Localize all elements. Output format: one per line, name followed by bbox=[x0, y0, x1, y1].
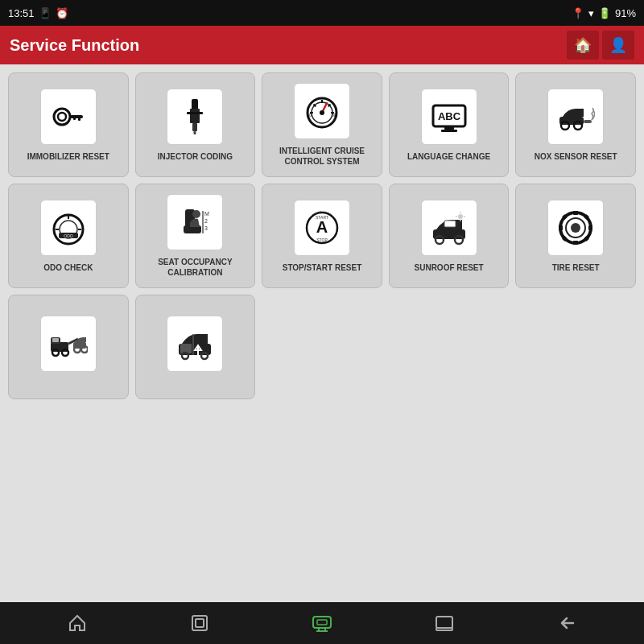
main-content: IMMOBILIZER RESET INJECTOR CODING bbox=[0, 64, 644, 602]
page-title: Service Function bbox=[10, 36, 139, 55]
svg-text:START: START bbox=[316, 215, 328, 220]
card-sunroof-reset[interactable]: SUNROOF RESET bbox=[389, 184, 510, 288]
card-door[interactable] bbox=[135, 295, 256, 399]
nav-back-button[interactable] bbox=[551, 607, 583, 639]
vci-nav-icon bbox=[311, 612, 333, 634]
svg-point-75 bbox=[81, 346, 88, 353]
tow-icon bbox=[49, 324, 88, 363]
svg-rect-28 bbox=[584, 120, 592, 123]
odometer-icon: ODO bbox=[49, 208, 88, 247]
svg-point-72 bbox=[52, 349, 59, 356]
wifi-icon: ▾ bbox=[588, 7, 594, 19]
card-seat-occupancy[interactable]: M 2 3 SEAT OCCUPANCY CALIBRATION bbox=[135, 184, 256, 288]
svg-point-73 bbox=[62, 349, 68, 356]
svg-text:STOP: STOP bbox=[316, 237, 328, 242]
svg-rect-90 bbox=[436, 617, 452, 628]
nav-media-button[interactable] bbox=[428, 607, 460, 639]
icon-box-tire bbox=[547, 200, 604, 256]
card-injector-coding[interactable]: INJECTOR CODING bbox=[135, 72, 256, 177]
svg-rect-2 bbox=[70, 115, 83, 118]
svg-rect-61 bbox=[559, 225, 563, 230]
svg-rect-7 bbox=[192, 123, 197, 131]
svg-text:80: 80 bbox=[332, 113, 336, 118]
home-button[interactable]: 🏠 bbox=[567, 31, 599, 60]
svg-text:ABC: ABC bbox=[438, 110, 461, 122]
svg-point-51 bbox=[458, 214, 463, 219]
icon-box-door bbox=[167, 316, 223, 372]
card-immobilizer-reset[interactable]: IMMOBILIZER RESET bbox=[8, 72, 129, 177]
svg-rect-23 bbox=[444, 126, 454, 130]
recent-nav-icon bbox=[190, 613, 209, 633]
svg-text:M: M bbox=[204, 211, 209, 217]
user-button[interactable]: 👤 bbox=[602, 31, 634, 60]
svg-rect-85 bbox=[313, 617, 331, 628]
battery-icon: 🔋 bbox=[598, 7, 611, 19]
card-language-change[interactable]: ABC LANGUAGE CHANGE bbox=[389, 72, 510, 177]
icon-box-seat: M 2 3 bbox=[167, 194, 223, 250]
icon-box-sunroof bbox=[421, 200, 477, 256]
svg-rect-62 bbox=[588, 225, 592, 230]
exhaust-icon bbox=[556, 97, 595, 136]
seat-icon: M 2 3 bbox=[175, 203, 214, 242]
doordown-icon bbox=[175, 324, 214, 363]
media-nav-icon bbox=[435, 613, 454, 633]
back-nav-icon bbox=[557, 613, 576, 633]
icon-box-language: ABC bbox=[421, 89, 477, 145]
svg-rect-3 bbox=[78, 115, 80, 121]
icon-box-stopstart: A START STOP bbox=[294, 200, 350, 256]
svg-point-1 bbox=[58, 113, 66, 121]
svg-rect-5 bbox=[192, 99, 198, 110]
svg-point-82 bbox=[201, 353, 208, 359]
card-stop-start[interactable]: A START STOP STOP/START RESET bbox=[262, 184, 382, 288]
icon-box-immobilizer bbox=[40, 89, 97, 145]
card-tire-reset[interactable]: TIRE RESET bbox=[515, 184, 636, 288]
card-label-odo: ODO CHECK bbox=[43, 262, 93, 273]
svg-rect-25 bbox=[559, 117, 584, 125]
svg-point-38 bbox=[192, 210, 200, 218]
card-odo-check[interactable]: ODO ODO CHECK bbox=[8, 184, 129, 288]
nav-home-button[interactable] bbox=[61, 607, 93, 639]
card-label-seat: SEAT OCCUPANCY CALIBRATION bbox=[141, 257, 250, 278]
card-nox-sensor[interactable]: NOX SENSOR RESET bbox=[515, 72, 636, 177]
sunroof-icon bbox=[430, 208, 469, 247]
abc-icon: ABC bbox=[430, 97, 469, 136]
card-label-language: LANGUAGE CHANGE bbox=[407, 151, 490, 162]
nav-recent-button[interactable] bbox=[184, 607, 216, 639]
status-bar: 13:51 📱 ⏰ 📍 ▾ 🔋 91% bbox=[0, 0, 644, 26]
icon-box-odo: ODO bbox=[40, 200, 97, 256]
svg-rect-60 bbox=[573, 241, 578, 245]
svg-rect-83 bbox=[192, 616, 207, 630]
svg-text:3: 3 bbox=[204, 225, 208, 231]
card-label-nox: NOX SENSOR RESET bbox=[535, 151, 617, 162]
battery-pct: 91% bbox=[615, 7, 636, 19]
card-label-injector: INJECTOR CODING bbox=[158, 151, 233, 162]
svg-text:0: 0 bbox=[309, 113, 312, 118]
tire-icon bbox=[556, 208, 595, 247]
svg-text:ODO: ODO bbox=[64, 233, 73, 238]
location-icon: 📍 bbox=[572, 7, 584, 19]
nav-vci-button[interactable] bbox=[306, 607, 338, 639]
svg-rect-6 bbox=[190, 109, 200, 123]
card-cruise-control[interactable]: 0 80 INTELLIGENT CRUISE CONTROL SYSTEM bbox=[262, 72, 382, 177]
card-label-cruise: INTELLIGENT CRUISE CONTROL SYSTEM bbox=[267, 146, 377, 167]
card-label-tire: TIRE RESET bbox=[552, 262, 600, 273]
injector-icon bbox=[175, 97, 214, 136]
bottom-nav bbox=[0, 602, 644, 644]
key-icon bbox=[49, 97, 88, 136]
speedometer-icon: 0 80 bbox=[303, 92, 341, 130]
time: 13:51 bbox=[8, 7, 35, 19]
svg-rect-84 bbox=[196, 619, 204, 627]
service-grid: IMMOBILIZER RESET INJECTOR CODING bbox=[8, 72, 636, 399]
svg-point-81 bbox=[182, 353, 188, 359]
status-right: 📍 ▾ 🔋 91% bbox=[572, 7, 636, 19]
icon-box-tow bbox=[40, 316, 97, 372]
svg-rect-91 bbox=[436, 628, 452, 630]
icon-box-cruise: 0 80 bbox=[294, 83, 350, 139]
svg-rect-8 bbox=[194, 131, 196, 134]
svg-point-18 bbox=[320, 110, 324, 115]
status-left: 13:51 📱 ⏰ bbox=[8, 7, 68, 19]
icon-box-nox bbox=[547, 89, 604, 145]
svg-rect-47 bbox=[433, 229, 465, 239]
card-tow[interactable] bbox=[8, 295, 129, 399]
alarm-icon: ⏰ bbox=[56, 7, 68, 19]
